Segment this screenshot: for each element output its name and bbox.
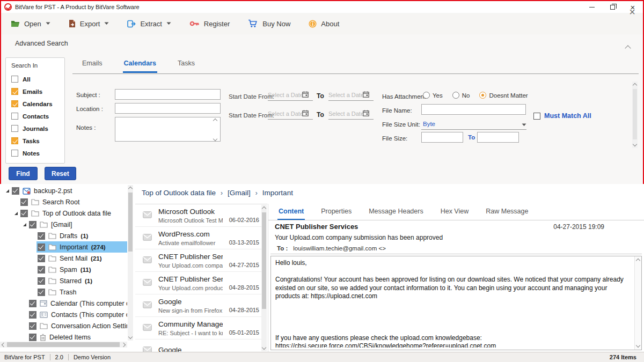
tree-item-deleted-items[interactable]: Deleted Items [0, 331, 127, 343]
panel-close-icon[interactable]: × [629, 6, 635, 17]
tab-emails[interactable]: Emails [81, 58, 104, 73]
message-list-item[interactable]: Community ManagersRE: Subject - I want t… [135, 317, 261, 339]
minimize-button[interactable] [582, 1, 602, 13]
calendar-icon[interactable] [302, 109, 309, 119]
tree-vertical-scrollbar[interactable] [128, 185, 133, 341]
radio-yes[interactable]: Yes [423, 92, 443, 99]
scrollbar-thumb[interactable] [128, 193, 133, 252]
checkbox-icon[interactable] [11, 100, 18, 107]
toolbar-button-buy-now[interactable]: Buy Now [248, 19, 290, 28]
scroll-up-icon[interactable] [633, 83, 637, 87]
tree-item-conversation-action-settings-this-computer-only[interactable]: Conversation Action Settings (This compu… [0, 320, 127, 331]
tree-item-important[interactable]: Important(274) [0, 241, 127, 253]
search-in-option-contacts[interactable]: Contacts [11, 110, 64, 122]
search-in-option-notes[interactable]: Notes [11, 147, 64, 159]
collapse-chevron-icon[interactable] [626, 43, 630, 53]
list-vertical-scrollbar[interactable] [261, 205, 267, 351]
breadcrumb-item[interactable]: Important [262, 189, 293, 197]
tab-tasks[interactable]: Tasks [177, 58, 196, 73]
tree-item-calendar-this-computer-only[interactable]: Calendar (This computer only)(6) [0, 298, 127, 309]
message-list-item[interactable]: Microsoft OutlookMicrosoft Outlook Test … [135, 204, 261, 227]
restore-button[interactable] [602, 1, 623, 13]
scroll-up-icon[interactable] [262, 206, 266, 211]
radio-no[interactable]: No [452, 92, 470, 99]
checkbox-icon[interactable] [11, 88, 18, 95]
date-to-field[interactable] [328, 89, 374, 101]
tab-raw-message[interactable]: Raw Message [485, 206, 529, 220]
toolbar-button-extract[interactable]: Extract [127, 20, 171, 28]
tree-checkbox[interactable] [38, 266, 45, 274]
body-vertical-scrollbar[interactable] [634, 256, 641, 350]
date-to-field[interactable] [328, 108, 374, 120]
scroll-left-icon[interactable] [2, 343, 6, 347]
tree-item-trash[interactable]: Trash [0, 286, 127, 298]
toolbar-button-register[interactable]: Register [189, 20, 230, 28]
scroll-right-icon[interactable] [121, 343, 126, 347]
radio-doesnt-matter[interactable]: Doesnt Matter [479, 92, 528, 99]
tree-item-drafts[interactable]: Drafts(1) [0, 230, 127, 241]
tree-checkbox[interactable] [29, 300, 36, 307]
toolbar-button-about[interactable]: About [309, 20, 339, 28]
breadcrumb-item[interactable]: [Gmail] [228, 189, 251, 197]
calendar-icon[interactable] [363, 109, 369, 119]
find-button[interactable]: Find [9, 167, 38, 180]
tree-checkbox[interactable] [38, 243, 45, 251]
tree-checkbox[interactable] [29, 334, 36, 341]
scroll-up-icon[interactable] [636, 258, 640, 263]
breadcrumb-item[interactable]: Top of Outlook data file [142, 189, 216, 197]
checkbox-icon[interactable] [11, 113, 18, 120]
file-size-min-input[interactable] [421, 132, 463, 143]
scrollbar-thumb[interactable] [7, 342, 120, 347]
search-in-option-all[interactable]: All [11, 73, 64, 85]
calendar-icon[interactable] [363, 90, 369, 100]
expander-icon[interactable] [20, 222, 28, 227]
search-in-option-emails[interactable]: Emails [11, 85, 64, 98]
file-name-input[interactable] [421, 104, 526, 115]
location-input[interactable] [115, 103, 221, 114]
message-list-item[interactable]: CNET Publisher Servic...Your Upload.com … [135, 272, 261, 294]
tree-checkbox[interactable] [38, 289, 45, 296]
tree-checkbox[interactable] [38, 277, 45, 285]
scrollbar-thumb[interactable] [633, 89, 637, 139]
toolbar-button-export[interactable]: Export [69, 19, 109, 28]
tree-horizontal-scrollbar[interactable] [0, 342, 127, 348]
checkbox-icon[interactable] [11, 137, 18, 144]
file-size-unit-select[interactable]: Byte [421, 118, 526, 130]
form-scrollbar[interactable] [632, 82, 638, 148]
tab-calendars[interactable]: Calendars [123, 58, 157, 73]
expander-icon[interactable] [3, 188, 11, 193]
tree-checkbox[interactable] [29, 221, 36, 228]
message-list-item[interactable]: GoogleNew sign-in from Firefox on...04-2… [135, 294, 261, 317]
scroll-down-icon[interactable] [636, 343, 640, 348]
date-to-input[interactable] [328, 92, 363, 98]
tree-checkbox[interactable] [20, 210, 28, 217]
tree-item-top-of-outlook-data-file[interactable]: Top of Outlook data file [0, 208, 127, 219]
expander-icon[interactable] [12, 211, 19, 216]
message-list-item[interactable]: CNET Publisher Servic...Your Upload.com … [135, 249, 261, 272]
date-from-field[interactable] [268, 89, 313, 101]
tab-properties[interactable]: Properties [320, 206, 353, 220]
scrollbar-thumb[interactable] [262, 212, 266, 309]
radio-icon[interactable] [423, 92, 430, 99]
search-in-option-tasks[interactable]: Tasks [11, 135, 64, 147]
tree-item-starred[interactable]: Starred(1) [0, 275, 127, 286]
subject-input[interactable] [115, 89, 221, 100]
tree-item-contacts-this-computer-only[interactable]: Contacts (This computer only)(1) [0, 309, 127, 320]
tree-item-spam[interactable]: Spam(11) [0, 264, 127, 275]
tree-checkbox[interactable] [38, 232, 45, 240]
scroll-up-icon[interactable] [128, 187, 133, 191]
calendar-icon[interactable] [302, 90, 309, 100]
message-list-item[interactable]: WordPress.comActivate emailfollower03-13… [135, 227, 261, 249]
tree-checkbox[interactable] [29, 311, 36, 319]
radio-icon[interactable] [479, 92, 486, 99]
tree-checkbox[interactable] [20, 198, 28, 206]
reset-button[interactable]: Reset [45, 167, 76, 180]
checkbox-icon[interactable] [11, 76, 18, 83]
date-from-input[interactable] [268, 92, 302, 98]
tree-checkbox[interactable] [12, 187, 19, 195]
tree-item-gmail[interactable]: [Gmail] [0, 219, 127, 230]
tree-item-sent-mail[interactable]: Sent Mail(21) [0, 253, 127, 264]
notes-input[interactable] [115, 117, 221, 142]
date-from-field[interactable] [268, 108, 313, 120]
tree-checkbox[interactable] [29, 322, 36, 330]
